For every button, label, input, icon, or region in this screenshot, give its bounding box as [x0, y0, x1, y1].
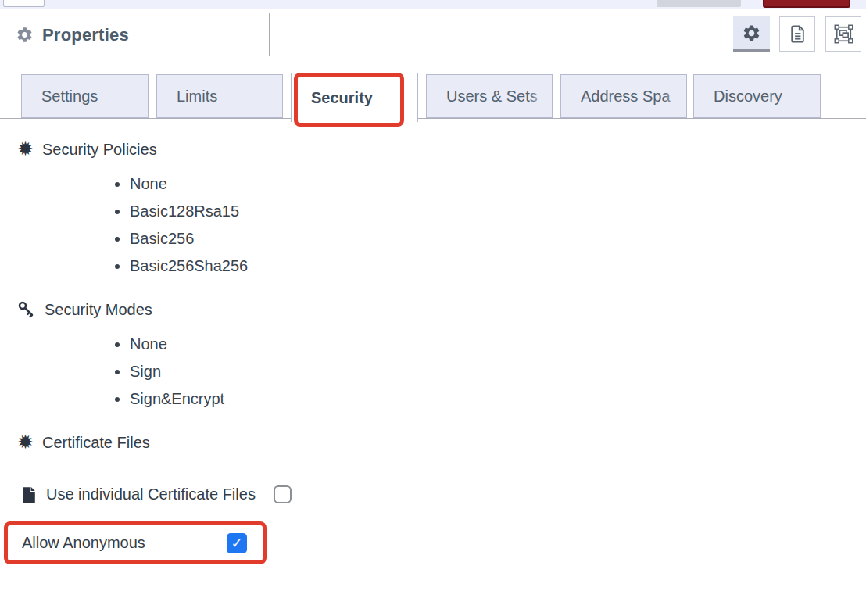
list-item: Basic128Rsa15: [130, 198, 248, 225]
section-title: Security Modes: [45, 301, 152, 319]
list-item: Sign: [130, 358, 224, 385]
checkmark-icon: ✓: [231, 535, 242, 552]
list-item: None: [130, 331, 224, 358]
tab-security[interactable]: Security: [291, 73, 418, 122]
section-title: Certificate Files: [42, 434, 150, 452]
cutoff-button-red[interactable]: [763, 0, 850, 8]
list-item: Basic256: [130, 225, 248, 252]
header-divider: [270, 56, 866, 56]
tab-limits[interactable]: Limits: [156, 74, 283, 118]
checkbox-label: Use individual Certificate Files: [46, 485, 256, 503]
cutoff-button-left[interactable]: [3, 0, 45, 7]
use-individual-certificate-files-checkbox[interactable]: [274, 485, 292, 503]
tab-label-fade: [529, 76, 551, 116]
checkbox-label: Allow Anonymous: [22, 534, 145, 552]
selection-frame-icon: [833, 23, 854, 45]
tab-label: Address Spa: [581, 88, 671, 106]
row-use-individual-certificate-files: Use individual Certificate Files: [20, 481, 292, 507]
tab-label: Settings: [41, 88, 98, 106]
tab-users-and-sets[interactable]: Users & Sets: [426, 74, 553, 118]
file-icon: [20, 485, 39, 504]
key-icon: [17, 300, 36, 319]
security-modes-list: None Sign Sign&Encrypt: [116, 331, 224, 413]
security-policies-list: None Basic128Rsa15 Basic256 Basic256Sha2…: [116, 170, 248, 280]
tab-label: Users & Sets: [446, 88, 538, 106]
tab-label-fade: [664, 76, 685, 116]
tab-settings[interactable]: Settings: [21, 74, 149, 118]
allow-anonymous-checkbox[interactable]: ✓: [227, 533, 247, 553]
section-security-policies: ✹ Security Policies: [17, 138, 157, 160]
tabbar-divider: [0, 118, 866, 119]
tab-address-space[interactable]: Address Spa: [560, 74, 687, 118]
properties-panel-tab[interactable]: Properties: [0, 13, 270, 56]
section-security-modes: Security Modes: [17, 299, 152, 321]
seal-icon: ✹: [17, 432, 34, 452]
tab-label: Limits: [177, 88, 217, 106]
section-certificate-files: ✹ Certificate Files: [17, 432, 150, 453]
top-toolbar-cutoff: [0, 0, 866, 9]
tab-discovery[interactable]: Discovery: [693, 74, 821, 118]
header-bar: Properties: [0, 9, 866, 56]
object-select-view-button[interactable]: [825, 16, 861, 52]
list-item: Sign&Encrypt: [130, 385, 224, 413]
document-icon: [787, 23, 808, 45]
section-title: Security Policies: [42, 141, 157, 159]
tab-label: Security: [311, 89, 373, 107]
list-item: None: [130, 170, 248, 198]
properties-panel: Properties: [0, 0, 866, 616]
properties-view-button[interactable]: [733, 16, 770, 52]
cutoff-button-gray[interactable]: [657, 0, 741, 7]
tab-label: Discovery: [714, 88, 782, 106]
highlight-box-allow-anonymous: Allow Anonymous ✓: [4, 521, 267, 564]
page-title: Properties: [42, 25, 129, 45]
list-item: Basic256Sha256: [130, 252, 248, 280]
gear-icon: [742, 23, 761, 43]
seal-icon: ✹: [17, 139, 34, 159]
row-allow-anonymous: Allow Anonymous: [8, 525, 263, 560]
gear-icon: [16, 26, 34, 44]
document-view-button[interactable]: [779, 16, 815, 52]
